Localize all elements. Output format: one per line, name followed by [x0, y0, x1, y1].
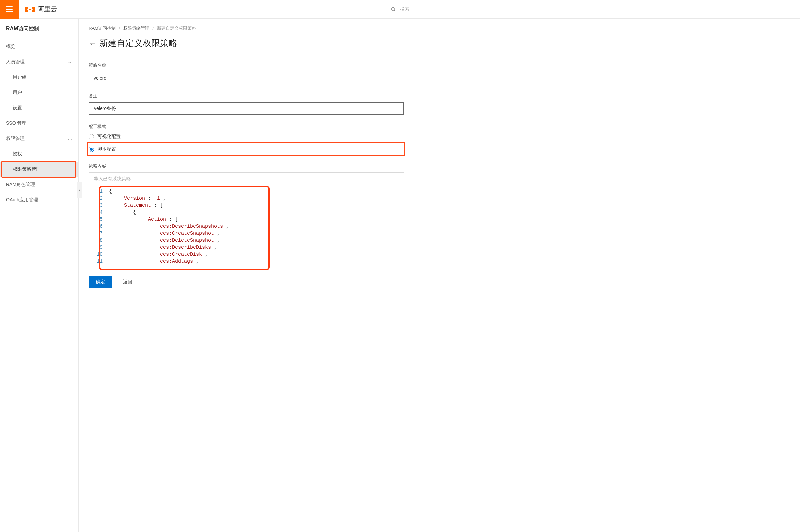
radio-icon: [89, 134, 94, 139]
sidebar-item-label: 概览: [6, 44, 15, 49]
search-placeholder: 搜索: [400, 6, 409, 12]
sidebar-item-personnel[interactable]: 人员管理 ︿: [0, 54, 78, 70]
sidebar-item-label: 人员管理: [6, 59, 25, 65]
sidebar-item-settings[interactable]: 设置: [0, 100, 78, 116]
logo[interactable]: 阿里云: [25, 5, 57, 14]
search-area[interactable]: 搜索: [391, 6, 409, 12]
radio-label: 脚本配置: [97, 146, 116, 152]
radio-visual-config[interactable]: 可视化配置: [89, 133, 404, 140]
logo-icon: [25, 5, 35, 13]
back-button[interactable]: 返回: [116, 276, 139, 288]
hamburger-icon: [6, 6, 13, 12]
sidebar-item-oauth[interactable]: OAuth应用管理: [0, 192, 78, 208]
sidebar-item-label: SSO 管理: [6, 120, 26, 126]
sidebar-item-ramroles[interactable]: RAM角色管理: [0, 177, 78, 192]
remark-label: 备注: [89, 93, 404, 99]
sidebar-item-label: 权限策略管理: [13, 166, 41, 172]
sidebar-item-label: 授权: [13, 151, 22, 156]
breadcrumb: RAM访问控制 / 权限策略管理 / 新建自定义权限策略: [89, 25, 790, 31]
line-gutter: 1234567891011: [89, 185, 108, 268]
policy-content-section: 策略内容 导入已有系统策略 1234567891011 { "Version":…: [89, 163, 404, 268]
remark-input[interactable]: [89, 102, 404, 115]
radio-checked-icon: [89, 147, 94, 152]
search-icon: [391, 7, 396, 12]
sidebar-item-label: RAM角色管理: [6, 182, 35, 187]
back-arrow-icon[interactable]: ←: [89, 39, 97, 48]
code-content[interactable]: { "Version": "1", "Statement": [ { "Acti…: [108, 185, 404, 268]
import-placeholder: 导入已有系统策略: [94, 176, 131, 182]
sidebar-title: RAM访问控制: [0, 25, 78, 39]
policy-name-label: 策略名称: [89, 62, 404, 68]
sidebar-item-user[interactable]: 用户: [0, 85, 78, 100]
policy-content-label: 策略内容: [89, 163, 404, 169]
svg-line-2: [394, 10, 395, 11]
chevron-up-icon: ︿: [68, 136, 72, 142]
sidebar-item-label: 用户: [13, 90, 22, 95]
breadcrumb-item[interactable]: RAM访问控制: [89, 26, 116, 31]
code-editor[interactable]: 1234567891011 { "Version": "1", "Stateme…: [89, 185, 404, 268]
radio-script-config[interactable]: 脚本配置: [89, 146, 401, 153]
breadcrumb-separator: /: [152, 26, 154, 31]
button-row: 确定 返回: [89, 276, 790, 288]
sidebar: RAM访问控制 概览 人员管理 ︿ 用户组 用户 设置 SSO 管理 权限管理 …: [0, 19, 79, 532]
page-title-row: ← 新建自定义权限策略: [89, 37, 790, 49]
policy-name-section: 策略名称: [89, 62, 404, 84]
sidebar-item-label: 权限管理: [6, 136, 25, 142]
remark-section: 备注: [89, 93, 404, 115]
logo-text: 阿里云: [37, 5, 57, 14]
page-title: 新建自定义权限策略: [99, 37, 177, 49]
breadcrumb-item[interactable]: 权限策略管理: [123, 26, 149, 31]
policy-name-input[interactable]: [89, 72, 404, 84]
breadcrumb-current: 新建自定义权限策略: [157, 26, 196, 31]
breadcrumb-separator: /: [119, 26, 120, 31]
header: 阿里云 搜索: [0, 0, 800, 19]
chevron-up-icon: ︿: [68, 59, 72, 65]
sidebar-item-overview[interactable]: 概览: [0, 39, 78, 54]
sidebar-item-policies[interactable]: 权限策略管理: [0, 162, 78, 177]
sidebar-item-label: 用户组: [13, 74, 27, 80]
svg-point-1: [391, 7, 394, 10]
sidebar-item-label: 设置: [13, 105, 22, 110]
sidebar-item-permissions[interactable]: 权限管理 ︿: [0, 131, 78, 146]
import-policy-select[interactable]: 导入已有系统策略: [89, 172, 404, 185]
sidebar-item-authorize[interactable]: 授权: [0, 146, 78, 162]
svg-rect-0: [28, 9, 31, 10]
radio-label: 可视化配置: [97, 134, 121, 140]
confirm-button[interactable]: 确定: [89, 276, 112, 288]
sidebar-item-usergroup[interactable]: 用户组: [0, 70, 78, 85]
main-content: RAM访问控制 / 权限策略管理 / 新建自定义权限策略 ← 新建自定义权限策略…: [79, 19, 800, 532]
config-mode-label: 配置模式: [89, 124, 404, 130]
sidebar-item-sso[interactable]: SSO 管理: [0, 116, 78, 131]
config-mode-section: 配置模式 可视化配置 脚本配置: [89, 124, 404, 154]
sidebar-item-label: OAuth应用管理: [6, 197, 38, 202]
hamburger-menu[interactable]: [0, 0, 19, 19]
